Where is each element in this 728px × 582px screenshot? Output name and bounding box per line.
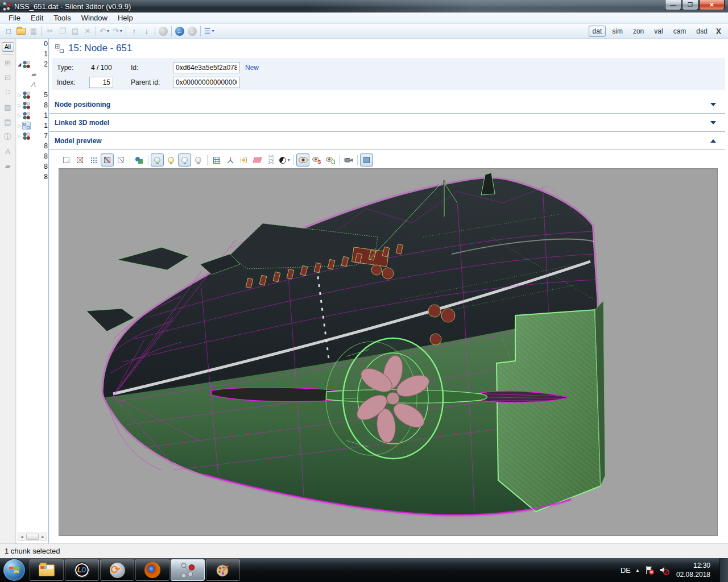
scrollbar-thumb[interactable] <box>26 534 39 540</box>
redo-button[interactable]: ↷ <box>111 25 124 38</box>
language-indicator[interactable]: DE <box>621 566 631 575</box>
restore-button[interactable]: ❐ <box>682 0 698 10</box>
document-filter-icon[interactable]: ▤ <box>2 116 14 128</box>
mode-tab-zon[interactable]: zon <box>629 26 648 37</box>
delete-button[interactable]: ✕ <box>81 25 94 38</box>
open-file-button[interactable] <box>15 25 27 38</box>
show-desktop-button[interactable] <box>719 558 728 582</box>
background-contrast-button[interactable] <box>278 153 291 167</box>
action-center-flag-icon[interactable] <box>644 565 655 575</box>
node-filter-icon[interactable]: ⊞ <box>2 57 14 69</box>
reset-origin-button[interactable]: X=0Y=0Z=0 <box>264 153 278 167</box>
model-viewport[interactable] <box>59 168 718 536</box>
mode-tab-val[interactable]: val <box>650 26 667 37</box>
tree-row[interactable]: 8 <box>16 141 48 151</box>
expand-arrow-icon[interactable]: ◢ <box>16 62 22 67</box>
light-spot-button[interactable] <box>192 153 205 167</box>
close-button[interactable]: ✕ <box>699 0 725 10</box>
mode-tab-sim[interactable]: sim <box>608 26 627 37</box>
show-geometry-button[interactable] <box>133 153 146 167</box>
show-bounding-box-button[interactable] <box>237 153 250 167</box>
scroll-right-icon[interactable]: ► <box>39 535 47 539</box>
taskbar-ld-app-button[interactable]: LD <box>65 559 99 581</box>
tree-row[interactable]: 8 <box>16 151 48 161</box>
menu-tools[interactable]: Tools <box>48 13 76 23</box>
section-linked-3d-model[interactable]: Linked 3D model <box>49 114 725 132</box>
view-points-button[interactable] <box>87 153 100 167</box>
start-button[interactable] <box>3 559 25 581</box>
view-list-button[interactable]: ☰ <box>202 25 216 38</box>
view-solid-button[interactable] <box>60 153 73 167</box>
visibility-button[interactable] <box>296 153 309 167</box>
tree-horizontal-scrollbar[interactable]: ◄ ► <box>18 533 47 541</box>
tree-row-selected[interactable]: ▷ 1 <box>16 120 48 131</box>
menu-window[interactable]: Window <box>76 13 113 23</box>
collapse-arrow-icon[interactable]: ▷ <box>16 113 22 118</box>
taskbar-3d-viewer-button[interactable]: ⟳ <box>100 559 134 581</box>
light-point-button[interactable] <box>178 153 191 167</box>
plane-filter-icon[interactable]: ▰ <box>2 160 14 173</box>
scroll-left-icon[interactable]: ◄ <box>18 535 26 539</box>
light-ambient-button[interactable] <box>151 153 164 167</box>
cube-filter-icon[interactable]: ⊡ <box>2 72 14 84</box>
taskbar-explorer-button[interactable] <box>30 559 64 581</box>
mode-tab-cam[interactable]: cam <box>669 26 690 37</box>
tree-row[interactable]: ▷ 5 <box>16 90 48 100</box>
taskbar-paint-button[interactable] <box>206 559 240 581</box>
cut-button[interactable]: ✂ <box>44 25 56 38</box>
index-input[interactable] <box>89 77 113 88</box>
viewport-square-button[interactable] <box>360 153 373 167</box>
taskbar-silent3ditor-button[interactable] <box>171 559 205 581</box>
filter-all-button[interactable]: All <box>2 42 14 52</box>
visibility-selected-button[interactable]: S <box>310 153 323 167</box>
collapse-arrow-icon[interactable]: ▷ <box>16 134 22 139</box>
camera-view-button[interactable] <box>342 153 355 167</box>
view-bounding-wire-button[interactable] <box>114 153 127 167</box>
view-overlay-button[interactable] <box>101 153 114 167</box>
volume-muted-icon[interactable] <box>659 565 669 575</box>
visibility-rotate-button[interactable] <box>324 153 337 167</box>
show-axes-button[interactable] <box>224 153 237 167</box>
forward-button[interactable]: → <box>186 25 198 38</box>
tree-row[interactable]: 8 <box>16 161 48 172</box>
undo-button[interactable]: ↶ <box>98 25 111 38</box>
taskbar-firefox-button[interactable] <box>135 559 169 581</box>
image-filter-icon[interactable]: ▨ <box>2 101 14 114</box>
close-tab-button[interactable]: X <box>714 27 723 36</box>
mode-tab-dsd[interactable]: dsd <box>692 26 711 37</box>
tree-row[interactable]: 8 <box>16 172 48 182</box>
tree-row[interactable]: ◢ 2 <box>16 59 48 69</box>
spheres-filter-icon[interactable]: ∷ <box>2 86 14 99</box>
collapse-arrow-icon[interactable]: ▷ <box>16 93 22 98</box>
id-input[interactable] <box>173 62 240 73</box>
view-wireframe-button[interactable] <box>73 153 86 167</box>
show-planes-button[interactable] <box>251 153 264 167</box>
section-model-preview[interactable]: Model preview <box>49 132 725 150</box>
move-down-button[interactable]: ↓ <box>140 25 153 38</box>
collapse-arrow-icon[interactable]: ▷ <box>16 103 22 108</box>
parent-id-input[interactable] <box>173 77 240 88</box>
text-filter-icon[interactable]: A <box>2 146 14 158</box>
paste-button[interactable]: ▤ <box>69 25 81 38</box>
clock[interactable]: 12:30 02.08.2018 <box>676 561 710 579</box>
show-grid-button[interactable] <box>210 153 223 167</box>
menu-file[interactable]: File <box>3 13 26 23</box>
info-filter-icon[interactable]: ⓘ <box>2 131 14 143</box>
back-button[interactable]: ← <box>173 25 186 38</box>
light-directional-button[interactable] <box>164 153 177 167</box>
save-button[interactable]: ▦ <box>27 25 40 38</box>
tree-row[interactable]: 0 <box>16 39 48 49</box>
section-node-positioning[interactable]: Node positioning <box>49 95 725 114</box>
show-hidden-icons-button[interactable]: ▲ <box>635 568 640 573</box>
tree-row[interactable]: ▷ 1 <box>16 110 48 120</box>
collapse-arrow-icon[interactable]: ▷ <box>16 123 22 128</box>
menu-help[interactable]: Help <box>113 13 138 23</box>
tree-row[interactable]: A <box>16 80 48 90</box>
mode-tab-dat[interactable]: dat <box>589 26 606 37</box>
new-file-button[interactable]: □ <box>2 25 15 38</box>
menu-edit[interactable]: Edit <box>26 13 48 23</box>
tree-row[interactable]: ▷ 8 <box>16 100 48 110</box>
upload-button[interactable]: ↑ <box>157 25 169 38</box>
minimize-button[interactable]: — <box>665 0 681 10</box>
tree-row[interactable]: ▰ <box>16 69 48 80</box>
